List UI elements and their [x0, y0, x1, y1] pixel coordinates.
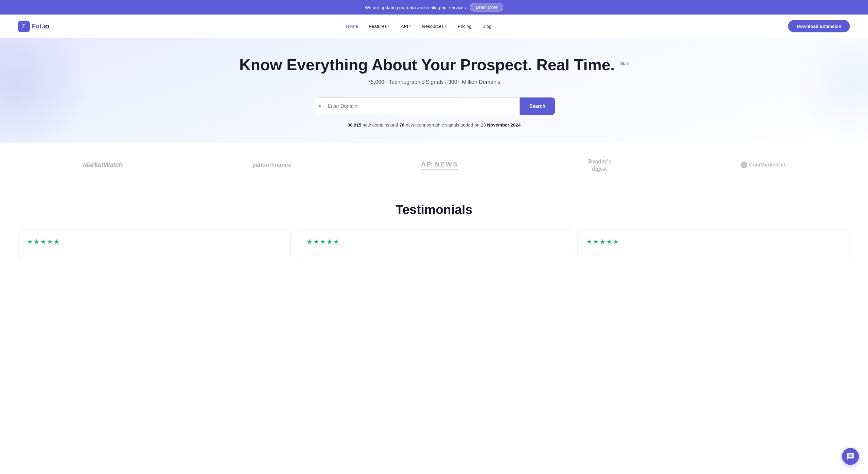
stats-text: 86,915 new domains and 78 new technograp…: [6, 122, 862, 127]
banner-text: We are updating our data and scaling our…: [365, 5, 466, 10]
download-extension-button[interactable]: Download Extension: [788, 20, 850, 32]
new-signals-count: 78: [400, 122, 405, 127]
nav-item-features[interactable]: Features ▾: [369, 24, 390, 29]
eli5-badge: ELI5: [620, 61, 629, 66]
learn-more-button[interactable]: Learn More: [470, 3, 503, 11]
nav-link-pricing[interactable]: Pricing: [458, 24, 471, 29]
testimonial-stars: ★★★★★: [586, 238, 841, 246]
logo-link[interactable]: F Ful.io: [18, 21, 49, 32]
search-button[interactable]: Search: [520, 97, 555, 115]
logo-icon: F: [18, 21, 30, 32]
logo-readers-digest: Reader'sdigest: [588, 158, 611, 172]
nav-item-resources[interactable]: Resources ▾: [422, 24, 447, 29]
chevron-down-icon: ▾: [409, 24, 411, 28]
search-container: ●○ Search: [313, 97, 555, 115]
hero-subtitle: 75,000+ Technographic Signals | 300+ Mil…: [6, 79, 862, 85]
chevron-down-icon: ▾: [445, 24, 447, 28]
search-input-wrap: ●○: [313, 97, 520, 115]
testimonials-title: Testimonials: [18, 202, 850, 217]
nav-link-blog[interactable]: Blog: [483, 24, 492, 29]
chevron-down-icon: ▾: [388, 24, 390, 28]
top-banner: We are updating our data and scaling our…: [0, 0, 868, 14]
stats-date: 13 November 2024: [480, 122, 521, 127]
nav-link-api[interactable]: API ▾: [401, 24, 411, 29]
domain-search-input[interactable]: [328, 103, 515, 109]
nav-item-blog[interactable]: Blog: [483, 24, 492, 29]
testimonial-card: ★★★★★: [578, 229, 850, 258]
navbar: F Ful.io Home Features ▾ API ▾ Resources…: [0, 14, 868, 38]
testimonials-grid: ★★★★★ ★★★★★ ★★★★★: [18, 229, 850, 258]
nav-link-features[interactable]: Features ▾: [369, 24, 390, 29]
nav-link-resources[interactable]: Resources ▾: [422, 24, 447, 29]
nav-item-pricing[interactable]: Pricing: [458, 24, 471, 29]
testimonial-stars: ★★★★★: [27, 238, 282, 246]
logo-yahoo-finance: yahoo!finance: [252, 162, 291, 168]
logo-coinmarketcal: ⊙ CoinMarketCal: [741, 162, 785, 168]
logo-marketwatch: MarketWatch: [83, 161, 123, 169]
testimonial-card: ★★★★★: [18, 229, 290, 258]
search-icon: ●○: [318, 103, 325, 109]
nav-link-home[interactable]: Home: [346, 24, 358, 29]
nav-item-home[interactable]: Home: [346, 24, 358, 29]
hero-title: Know Everything About Your Prospect. Rea…: [6, 56, 862, 74]
logo-text: Ful.io: [31, 22, 49, 30]
new-domains-count: 86,915: [347, 122, 361, 127]
coin-icon: ⊙: [741, 162, 747, 168]
nav-links: Home Features ▾ API ▾ Resources ▾ Pricin…: [346, 24, 492, 29]
logos-section: MarketWatch yahoo!finance AP NEWS Reader…: [0, 143, 868, 184]
testimonial-stars: ★★★★★: [307, 238, 561, 246]
nav-item-api[interactable]: API ▾: [401, 24, 411, 29]
testimonials-section: Testimonials ★★★★★ ★★★★★ ★★★★★: [0, 184, 868, 264]
hero-section: Know Everything About Your Prospect. Rea…: [0, 38, 868, 143]
logo-ap-news: AP NEWS: [421, 160, 458, 169]
testimonial-card: ★★★★★: [298, 229, 570, 258]
